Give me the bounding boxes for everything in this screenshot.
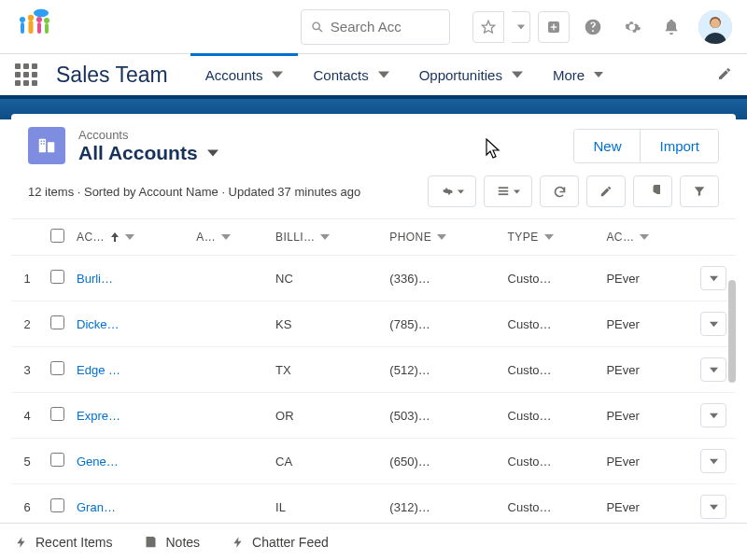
- svg-rect-21: [43, 141, 44, 142]
- inline-edit-button[interactable]: [586, 175, 626, 207]
- filter-button[interactable]: [680, 175, 719, 207]
- new-button[interactable]: New: [574, 130, 640, 162]
- table-row: 2Dicke…KS(785)…Custo…PEver: [11, 301, 736, 347]
- gear-icon: [623, 18, 641, 36]
- question-icon: [584, 18, 602, 36]
- list-controls-button[interactable]: [428, 175, 476, 207]
- app-launcher[interactable]: [15, 63, 37, 86]
- caret-down-icon: [514, 189, 520, 195]
- plus-icon: [546, 20, 561, 35]
- caret-down-icon: [517, 23, 525, 31]
- account-name-link[interactable]: Gene…: [77, 455, 119, 469]
- row-actions-menu[interactable]: [700, 266, 726, 290]
- setup-button[interactable]: [616, 11, 648, 43]
- col-type[interactable]: TYPE: [502, 219, 601, 256]
- col-state[interactable]: BILLI…: [270, 219, 384, 256]
- chevron-down-icon: [272, 69, 283, 80]
- tab-more[interactable]: More: [538, 54, 618, 95]
- help-button[interactable]: [577, 11, 609, 43]
- row-checkbox[interactable]: [50, 361, 64, 375]
- vertical-scrollbar[interactable]: [728, 280, 736, 383]
- bell-icon: [662, 18, 681, 36]
- svg-point-8: [34, 8, 49, 16]
- svg-rect-20: [41, 141, 42, 142]
- cell-alias: PEver: [600, 439, 695, 484]
- row-number: 1: [11, 256, 43, 301]
- favorites-menu[interactable]: [512, 11, 530, 43]
- table-icon: [497, 185, 510, 198]
- pencil-icon: [599, 185, 613, 198]
- object-label: Accounts: [78, 128, 218, 142]
- utility-notes[interactable]: Notes: [144, 535, 200, 550]
- row-actions-menu[interactable]: [700, 357, 726, 382]
- cell-state: CA: [270, 439, 384, 484]
- cell-state: TX: [270, 347, 384, 393]
- row-actions-menu[interactable]: [700, 312, 726, 336]
- svg-rect-1: [21, 22, 24, 34]
- caret-down-icon: [710, 413, 718, 419]
- list-view-picker[interactable]: All Accounts: [78, 142, 218, 164]
- tab-accounts[interactable]: Accounts: [190, 54, 299, 95]
- account-name-link[interactable]: Dicke…: [77, 317, 120, 331]
- table-row: 4Expre…OR(503)…Custo…PEver: [11, 393, 736, 439]
- refresh-button[interactable]: [540, 175, 579, 207]
- search-icon: [311, 20, 324, 35]
- global-search[interactable]: [301, 9, 450, 45]
- svg-rect-27: [498, 193, 508, 195]
- user-avatar[interactable]: [698, 10, 732, 44]
- col-name[interactable]: AC…: [71, 219, 190, 256]
- chevron-down-icon: [437, 233, 446, 241]
- caret-down-icon: [710, 458, 718, 465]
- col-alias[interactable]: AC…: [600, 219, 695, 256]
- cell-alias: PEver: [600, 347, 695, 393]
- cell-phone: (503)…: [384, 393, 501, 439]
- import-button[interactable]: Import: [640, 130, 718, 162]
- cell-phone: (785)…: [384, 301, 501, 347]
- app-nav: Sales Team Accounts Contacts Opportuniti…: [0, 54, 747, 99]
- lightning-icon: [15, 535, 28, 550]
- cell-type: Custo…: [502, 256, 601, 301]
- notifications-button[interactable]: [655, 11, 687, 43]
- utility-recent-items[interactable]: Recent Items: [15, 535, 112, 550]
- cell-owner: [190, 393, 270, 439]
- svg-marker-11: [482, 21, 494, 33]
- cell-phone: (336)…: [384, 256, 501, 301]
- col-owner[interactable]: A…: [190, 219, 270, 256]
- edit-tabs-button[interactable]: [717, 66, 732, 84]
- account-name-link[interactable]: Gran…: [77, 500, 116, 514]
- account-name-link[interactable]: Edge …: [77, 363, 120, 377]
- search-input[interactable]: [331, 19, 440, 35]
- global-add-button[interactable]: [538, 11, 570, 43]
- cell-state: NC: [270, 256, 384, 301]
- note-icon: [144, 535, 158, 549]
- row-checkbox[interactable]: [50, 453, 64, 467]
- display-as-button[interactable]: [484, 175, 532, 207]
- row-checkbox[interactable]: [50, 315, 64, 329]
- row-actions-menu[interactable]: [700, 495, 726, 519]
- favorites-button[interactable]: [472, 11, 504, 43]
- chevron-down-icon: [512, 69, 523, 80]
- pencil-icon: [717, 66, 732, 81]
- chevron-down-icon: [640, 233, 649, 241]
- row-checkbox[interactable]: [50, 498, 64, 512]
- account-name-link[interactable]: Expre…: [77, 409, 120, 423]
- nav-tabs: Accounts Contacts Opportunities More: [190, 54, 618, 95]
- chart-button[interactable]: [633, 175, 672, 207]
- row-checkbox[interactable]: [50, 407, 64, 421]
- tab-opportunities[interactable]: Opportunities: [404, 54, 538, 95]
- col-phone[interactable]: PHONE: [384, 219, 501, 256]
- svg-rect-19: [48, 142, 54, 152]
- star-icon: [481, 20, 496, 35]
- account-name-link[interactable]: Burli…: [77, 272, 113, 286]
- svg-rect-14: [551, 26, 557, 27]
- utility-chatter[interactable]: Chatter Feed: [232, 535, 329, 550]
- svg-rect-7: [45, 23, 49, 34]
- select-all-checkbox[interactable]: [50, 229, 64, 243]
- tab-contacts[interactable]: Contacts: [298, 54, 403, 95]
- arrow-up-icon: [110, 232, 120, 242]
- cell-type: Custo…: [502, 439, 601, 484]
- row-actions-menu[interactable]: [700, 449, 726, 473]
- cell-owner: [190, 347, 270, 393]
- row-checkbox[interactable]: [50, 270, 64, 284]
- row-actions-menu[interactable]: [700, 403, 726, 427]
